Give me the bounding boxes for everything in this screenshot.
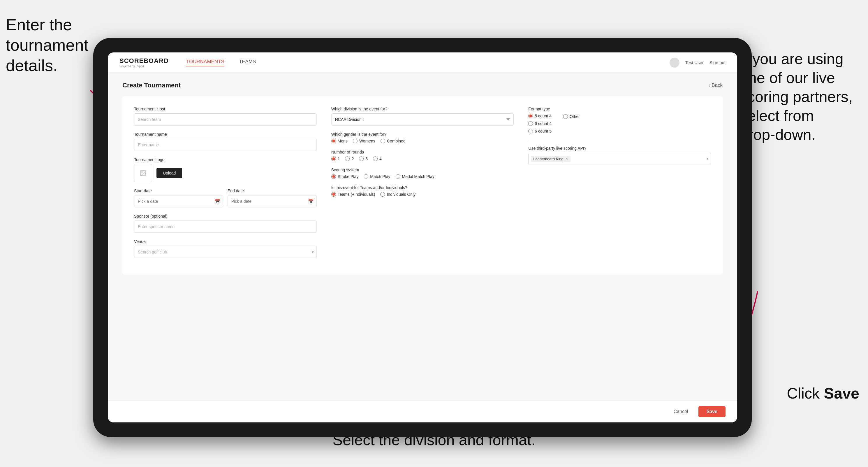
- tournament-name-label: Tournament name: [134, 132, 317, 137]
- user-avatar: [670, 58, 680, 68]
- event-type-label: Is this event for Teams and/or Individua…: [331, 185, 514, 190]
- format-6count4[interactable]: 6 count 4: [528, 121, 552, 126]
- format-other-option: Other: [563, 114, 580, 133]
- gender-mens[interactable]: Mens: [331, 139, 348, 143]
- end-date-input[interactable]: [227, 195, 317, 208]
- rounds-4[interactable]: 4: [373, 156, 382, 161]
- format-6count5[interactable]: 6 count 5: [528, 129, 552, 133]
- scoring-medal-match[interactable]: Medal Match Play: [396, 174, 434, 179]
- nav-teams[interactable]: TEAMS: [239, 59, 256, 66]
- gender-mens-label: Mens: [338, 139, 348, 143]
- signout-link[interactable]: Sign out: [710, 60, 725, 65]
- annotation-save-bold: Save: [824, 385, 859, 402]
- format-type-group: Format type 5 count 4 6 count 4: [528, 106, 711, 133]
- format-5count4-label: 5 count 4: [535, 114, 552, 118]
- navbar-right: Test User Sign out: [670, 58, 725, 68]
- svg-point-5: [142, 172, 143, 173]
- start-date-label: Start date: [134, 188, 223, 193]
- end-date-icon: 📅: [308, 199, 314, 204]
- live-scoring-group: Use third-party live scoring API? Leader…: [528, 146, 711, 165]
- sponsor-input[interactable]: [134, 221, 317, 233]
- scoring-match-label: Match Play: [370, 174, 390, 179]
- venue-input[interactable]: [134, 246, 317, 258]
- gender-combined[interactable]: Combined: [380, 139, 406, 143]
- format-6count5-label: 6 count 5: [535, 129, 552, 133]
- form-column-middle: Which division is the event for? NCAA Di…: [331, 106, 514, 264]
- format-6count4-label: 6 count 4: [535, 121, 552, 126]
- tournament-name-input[interactable]: [134, 139, 317, 151]
- rounds-2[interactable]: 2: [345, 156, 354, 161]
- user-name: Test User: [685, 60, 704, 65]
- event-type-radio-group: Teams (+Individuals) Individuals Only: [331, 192, 514, 197]
- scoring-stroke[interactable]: Stroke Play: [331, 174, 359, 179]
- rounds-3[interactable]: 3: [359, 156, 368, 161]
- scoring-label: Scoring system: [331, 167, 514, 172]
- gender-group: Which gender is the event for? Mens Wome…: [331, 132, 514, 143]
- navbar: SCOREBOARD Powered by Clippd TOURNAMENTS…: [108, 53, 737, 73]
- annotation-topleft: Enter thetournamentdetails.: [6, 14, 88, 76]
- end-date-group: End date 📅: [227, 188, 317, 208]
- live-scoring-tag-close[interactable]: ✕: [565, 157, 568, 161]
- event-type-teams-label: Teams (+Individuals): [338, 192, 375, 197]
- rounds-1[interactable]: 1: [331, 156, 340, 161]
- gender-womens[interactable]: Womens: [353, 139, 375, 143]
- rounds-radio-group: 1 2 3 4: [331, 156, 514, 161]
- format-other[interactable]: Other: [563, 114, 580, 119]
- end-date-label: End date: [227, 188, 317, 193]
- sponsor-label: Sponsor (optional): [134, 214, 317, 218]
- scoring-stroke-label: Stroke Play: [338, 174, 359, 179]
- gender-combined-label: Combined: [387, 139, 406, 143]
- annotation-bottomright: Click Save: [787, 384, 859, 403]
- save-button[interactable]: Save: [699, 406, 725, 417]
- live-scoring-label: Use third-party live scoring API?: [528, 146, 711, 151]
- live-scoring-input[interactable]: Leaderboard King ✕ ▾: [528, 153, 711, 165]
- format-5count4[interactable]: 5 count 4: [528, 114, 552, 118]
- logo-upload-area: Upload: [134, 164, 317, 182]
- division-label: Which division is the event for?: [331, 106, 514, 111]
- division-group: Which division is the event for? NCAA Di…: [331, 106, 514, 126]
- venue-label: Venue: [134, 239, 317, 244]
- rounds-group: Number of rounds 1 2: [331, 150, 514, 161]
- start-date-input[interactable]: [134, 195, 223, 208]
- scoring-match[interactable]: Match Play: [364, 174, 390, 179]
- scoring-radio-group: Stroke Play Match Play Medal Match Play: [331, 174, 514, 179]
- division-select[interactable]: NCAA Division I: [331, 113, 514, 126]
- rounds-3-label: 3: [365, 156, 368, 161]
- event-type-group: Is this event for Teams and/or Individua…: [331, 185, 514, 197]
- rounds-1-label: 1: [338, 156, 340, 161]
- start-date-wrap: 📅: [134, 195, 223, 208]
- brand-sub: Powered by Clippd: [120, 65, 169, 68]
- tablet-frame: SCOREBOARD Powered by Clippd TOURNAMENTS…: [93, 38, 752, 437]
- end-date-wrap: 📅: [227, 195, 317, 208]
- venue-group: Venue ▾: [134, 239, 317, 258]
- format-main-options: 5 count 4 6 count 4 6 count 5: [528, 114, 552, 133]
- tournament-host-input[interactable]: [134, 113, 317, 126]
- rounds-label: Number of rounds: [331, 150, 514, 154]
- nav-tournaments[interactable]: TOURNAMENTS: [186, 59, 224, 66]
- tournament-name-group: Tournament name: [134, 132, 317, 151]
- logo-preview: [134, 164, 152, 182]
- live-scoring-tag-text: Leaderboard King: [533, 157, 563, 161]
- gender-radio-group: Mens Womens Combined: [331, 139, 514, 143]
- rounds-2-label: 2: [351, 156, 354, 161]
- back-link[interactable]: Back: [709, 83, 723, 88]
- start-date-icon: 📅: [214, 199, 220, 204]
- page-header: Create Tournament Back: [122, 82, 723, 89]
- page-title: Create Tournament: [122, 82, 181, 89]
- event-type-individuals-label: Individuals Only: [386, 192, 415, 197]
- start-date-group: Start date 📅: [134, 188, 223, 208]
- form-column-right: Format type 5 count 4 6 count 4: [528, 106, 711, 264]
- event-type-teams[interactable]: Teams (+Individuals): [331, 192, 375, 197]
- brand-title: SCOREBOARD: [120, 57, 169, 65]
- tournament-logo-group: Tournament logo Upload: [134, 157, 317, 182]
- annotation-topright: If you are usingone of our livescoring p…: [740, 50, 862, 144]
- event-type-individuals[interactable]: Individuals Only: [380, 192, 415, 197]
- gender-label: Which gender is the event for?: [331, 132, 514, 137]
- scoring-medal-match-label: Medal Match Play: [402, 174, 434, 179]
- tournament-host-group: Tournament Host: [134, 106, 317, 126]
- upload-button[interactable]: Upload: [156, 168, 182, 178]
- rounds-4-label: 4: [379, 156, 382, 161]
- cancel-button[interactable]: Cancel: [668, 406, 694, 417]
- live-scoring-tag: Leaderboard King ✕: [531, 156, 570, 162]
- gender-womens-label: Womens: [359, 139, 375, 143]
